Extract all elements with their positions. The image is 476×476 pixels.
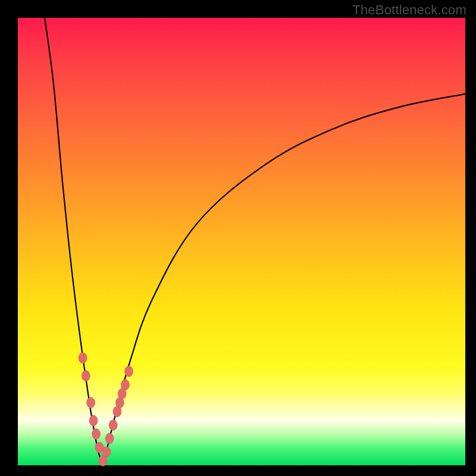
curve-left-branch bbox=[45, 18, 103, 465]
data-marker bbox=[79, 353, 87, 364]
data-marker bbox=[105, 433, 114, 444]
watermark-text: TheBottleneck.com bbox=[352, 2, 466, 18]
data-marker bbox=[89, 415, 98, 426]
data-marker bbox=[92, 428, 101, 439]
data-marker bbox=[124, 366, 133, 377]
plot-area bbox=[18, 18, 465, 465]
data-marker bbox=[102, 446, 111, 457]
data-marker bbox=[109, 419, 117, 430]
data-marker bbox=[121, 380, 129, 390]
marker-cluster bbox=[79, 353, 133, 466]
curve-right-branch bbox=[103, 94, 465, 465]
data-marker bbox=[82, 371, 90, 381]
chart-frame: TheBottleneck.com bbox=[0, 0, 476, 476]
chart-svg bbox=[18, 18, 465, 465]
data-marker bbox=[87, 397, 95, 408]
